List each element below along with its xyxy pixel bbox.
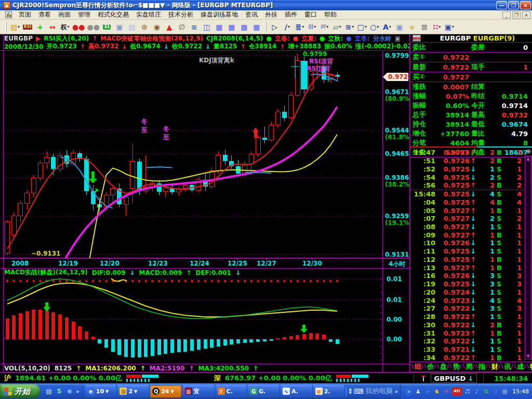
tab-盘[interactable]: 盘 xyxy=(440,362,447,371)
tick-row[interactable]: :090.9727↑1B1 xyxy=(410,231,524,239)
hatch-icon[interactable]: ≋▾ xyxy=(344,21,355,33)
zoom-chart-icon[interactable]: ⊙ xyxy=(139,21,150,33)
tick-row[interactable]: :050.9727↑1B1 xyxy=(410,206,524,215)
tick-row[interactable]: :560.9725↑2B2 xyxy=(410,181,524,190)
task-button-24[interactable]: Q24▼ xyxy=(150,385,181,397)
tab-讯[interactable]: 讯 xyxy=(504,362,511,371)
compass-icon[interactable]: ◉ xyxy=(151,21,163,33)
tray-cursor-icon[interactable]: ➤ xyxy=(423,388,431,395)
fan-lines-icon[interactable]: ///▾ xyxy=(319,21,330,33)
tick-row[interactable]: :130.9727↑1B1 xyxy=(410,263,524,272)
menu-管理[interactable]: 管理 xyxy=(74,10,94,20)
task-button-2[interactable]: ▨2▼ xyxy=(117,385,149,397)
tab-成[interactable]: 成 xyxy=(517,362,524,371)
quick-launch-chevron[interactable]: » xyxy=(76,388,79,395)
restore-button[interactable]: ❐ xyxy=(508,1,519,9)
tick-row[interactable]: :540.9725↓2S2 xyxy=(410,173,524,181)
task-button-宜[interactable]: ▥宜 xyxy=(183,385,214,397)
calendar-icon[interactable]: 31 xyxy=(101,21,113,33)
open-folder-icon[interactable]: ▨▾ xyxy=(9,21,21,33)
tick-row[interactable]: :160.9726↓3S3 xyxy=(410,272,524,280)
tick-row[interactable]: :310.9723↑1B1 xyxy=(410,329,524,337)
show-desktop-icon[interactable]: ▤ xyxy=(45,387,53,395)
tray-im-icon[interactable]: ♪ xyxy=(473,388,481,395)
tick-row[interactable]: :240.9723↓4S4 xyxy=(410,296,524,304)
child-restore-button[interactable]: ❐ xyxy=(512,11,521,19)
tray-ati-icon[interactable]: ATI xyxy=(451,388,462,395)
menu-页面[interactable]: 页面 xyxy=(15,10,35,20)
duplicate-icon[interactable]: ▣ xyxy=(394,21,405,33)
band-scroll-arrows[interactable]: ▲▼ xyxy=(349,388,351,395)
plug-icon[interactable]: ∅ xyxy=(176,21,188,33)
swap-arrows-icon[interactable]: ↔ xyxy=(47,21,58,33)
tick-row[interactable]: :110.9725↓1S1 xyxy=(410,247,524,256)
tab-财[interactable]: 财 xyxy=(491,362,498,371)
tray-monitor-icon[interactable]: ▦ xyxy=(501,388,509,395)
menu-外挂[interactable]: 外挂 xyxy=(261,10,281,20)
chart-window-1-icon[interactable]: ▦ xyxy=(214,21,225,33)
hline-icon[interactable]: ≣▾ xyxy=(294,21,305,33)
tray-updown-icon[interactable]: ⇅ xyxy=(482,388,490,395)
traffic-light-icon[interactable]: ●● xyxy=(72,21,85,33)
menu-窗口[interactable]: 窗口 xyxy=(301,10,321,20)
tray-users-icon[interactable]: ♟ xyxy=(414,388,422,395)
scroll-up-icon[interactable]: ▲ xyxy=(526,156,529,162)
copy-pages-icon[interactable]: ▣ xyxy=(114,21,125,33)
tray-volume-icon[interactable]: ♬ xyxy=(463,388,471,395)
minimize-button[interactable]: — xyxy=(496,1,507,9)
circle-icon[interactable]: ○▾ xyxy=(369,21,380,33)
tray-v-icon[interactable]: ▽ xyxy=(491,388,499,395)
active-pair-cell[interactable]: GBPUSD ↓ xyxy=(431,374,477,383)
rights-icon[interactable]: 权▾ xyxy=(59,21,71,33)
tab-势[interactable]: 势 xyxy=(453,362,460,371)
tick-row[interactable]: :120.9725↑1B1 xyxy=(410,256,524,264)
eraser-icon[interactable]: ◆ xyxy=(406,21,418,33)
rectangle-icon[interactable]: □▾ xyxy=(356,21,368,33)
menu-查看[interactable]: 查看 xyxy=(35,10,55,20)
trendline-icon[interactable]: /▾ xyxy=(282,21,293,33)
tab-周[interactable]: 周 xyxy=(466,362,472,371)
tab-指[interactable]: 指 xyxy=(478,362,485,371)
tab-特[interactable]: 特 xyxy=(530,362,532,371)
menu-技术分析[interactable]: 技术分析 xyxy=(165,10,197,20)
tab-价[interactable]: 价 xyxy=(427,362,434,371)
keyboard-icon[interactable]: ⌨ xyxy=(354,388,364,395)
vlines-icon[interactable]: |||▾ xyxy=(307,21,318,33)
tab-细[interactable]: 细 xyxy=(415,362,421,371)
palette-dots-icon[interactable]: ∷▾ xyxy=(431,21,443,33)
move-cross-icon[interactable]: + xyxy=(34,21,46,33)
scroll-down-icon[interactable]: ▼ xyxy=(526,354,529,359)
task-button-10[interactable]: e10▼ xyxy=(85,385,116,397)
tick-row[interactable]: :510.9726↑2B2 xyxy=(410,157,524,165)
tick-row[interactable]: :080.9727↓1S1 xyxy=(410,223,524,231)
channel-icon[interactable]: ▱▾ xyxy=(331,21,343,33)
my-computer-band[interactable]: 我的电脑 xyxy=(366,387,393,396)
task-button-2.[interactable]: ●2. xyxy=(313,385,344,397)
tick-row[interactable]: :320.9722↓1S1 xyxy=(410,337,524,345)
lock-icon[interactable]: ⊠ xyxy=(419,21,430,33)
book-icon[interactable]: ▤ xyxy=(126,21,138,33)
ie-quick-icon[interactable]: e xyxy=(65,387,74,395)
start-button[interactable]: 开始 xyxy=(0,384,41,398)
tick-row[interactable]: :040.9725↑4B4 xyxy=(410,198,524,206)
tray-expand-icon[interactable]: › xyxy=(405,388,413,395)
task-button-G.[interactable]: GG. xyxy=(248,385,279,397)
pointer-icon[interactable]: ▷ xyxy=(269,21,281,33)
tick-row[interactable]: :190.9725↓3S3 xyxy=(410,280,524,288)
tray-firework-icon[interactable]: ✳ xyxy=(442,388,450,395)
toolbar-grip[interactable] xyxy=(5,22,7,32)
rsi-icon[interactable]: RSI xyxy=(22,21,33,33)
chart-window-3-icon[interactable]: ▦ xyxy=(238,21,250,33)
menu-资讯[interactable]: 资讯 xyxy=(242,10,261,20)
gray-dots-icon[interactable]: ●● xyxy=(86,21,100,33)
alarm-bell-icon[interactable]: ▲ xyxy=(164,21,175,33)
close-button[interactable]: × xyxy=(520,1,531,9)
tick-row[interactable]: :520.9725↓1S1 xyxy=(410,165,524,173)
menu-操盘训练基地[interactable]: 操盘训练基地 xyxy=(197,10,242,20)
tick-row[interactable]: 15:480.9725↓4S4 xyxy=(410,190,524,198)
blue-bars-icon[interactable]: ≡ xyxy=(189,21,200,33)
tick-row[interactable]: :270.9722↓3S3 xyxy=(410,304,524,313)
task-button-C.[interactable]: ↑C. xyxy=(216,385,247,397)
tick-row[interactable]: :200.9724↓1S1 xyxy=(410,288,524,296)
tick-row[interactable]: :100.9726↓1S1 xyxy=(410,239,524,247)
